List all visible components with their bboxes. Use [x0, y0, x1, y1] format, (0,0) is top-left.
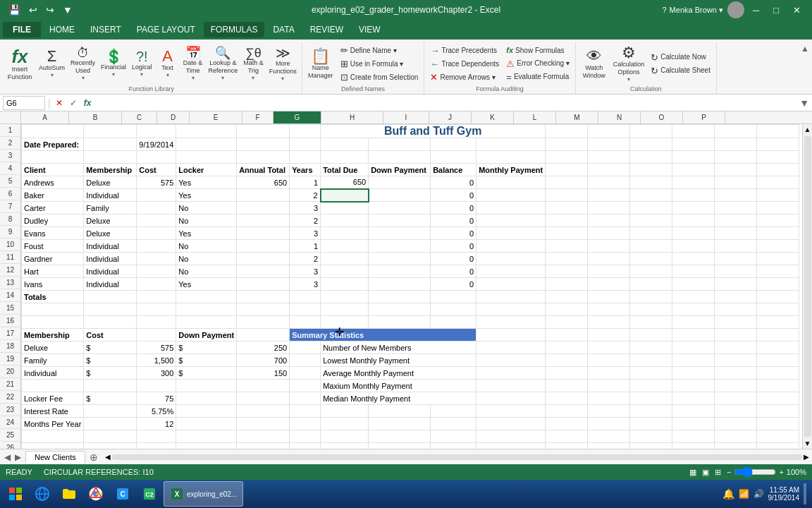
scroll-right-btn[interactable]: ▶: [804, 453, 809, 461]
cell-g6[interactable]: [321, 189, 369, 202]
review-menu[interactable]: REVIEW: [303, 22, 350, 37]
cell-g14[interactable]: [321, 291, 369, 303]
cell-p14[interactable]: [757, 291, 799, 303]
insert-function-btn[interactable]: fx InsertFunction: [4, 46, 35, 83]
cell-n20[interactable]: [672, 367, 715, 380]
cell-i6[interactable]: 0: [431, 189, 476, 202]
clock[interactable]: 11:55 AM 9/19/2014: [768, 486, 800, 502]
cell-j3[interactable]: [476, 151, 546, 164]
math-trig-btn[interactable]: ∑θ Math &Trig ▾: [241, 45, 266, 83]
cell-o21[interactable]: [715, 380, 757, 392]
cell-k9[interactable]: [546, 227, 588, 240]
row-header-17[interactable]: 17: [0, 327, 20, 340]
cell-l9[interactable]: [588, 227, 630, 240]
cell-k24[interactable]: [546, 418, 588, 430]
cell-e2[interactable]: [237, 138, 290, 151]
cell-n2[interactable]: [672, 138, 715, 151]
row-header-8[interactable]: 8: [0, 213, 20, 226]
cell-g3[interactable]: [321, 151, 369, 164]
cell-c13[interactable]: [137, 278, 176, 291]
cell-i8[interactable]: 0: [431, 214, 476, 227]
cell-d22[interactable]: [176, 392, 237, 405]
cell-g5[interactable]: 650: [321, 176, 369, 189]
cell-e15[interactable]: [237, 303, 290, 316]
cell-d21[interactable]: [176, 380, 237, 392]
cell-h25[interactable]: [369, 430, 431, 443]
cell-n23[interactable]: [672, 405, 715, 418]
horizontal-scrollbar[interactable]: ◀ ▶: [102, 453, 812, 461]
row-header-14[interactable]: 14: [0, 289, 20, 302]
cell-k18[interactable]: [546, 341, 588, 354]
cell-g18[interactable]: Number of New Members: [321, 341, 476, 354]
cell-l21[interactable]: [588, 380, 630, 392]
row-header-5[interactable]: 5: [0, 175, 20, 188]
cell-d26[interactable]: [176, 443, 237, 449]
watch-window-btn[interactable]: 👁 WatchWindow: [579, 47, 610, 81]
cell-m9[interactable]: [630, 227, 672, 240]
cell-a22[interactable]: Locker Fee: [22, 392, 84, 405]
lookup-reference-btn[interactable]: 🔍 Lookup &Reference ▾: [207, 45, 240, 83]
cell-m23[interactable]: [630, 405, 672, 418]
cell-m6[interactable]: [630, 189, 672, 202]
cell-h24[interactable]: [369, 418, 431, 430]
cell-h2[interactable]: [369, 138, 431, 151]
cell-c12[interactable]: [137, 265, 176, 278]
row-header-16[interactable]: 16: [0, 315, 20, 327]
cell-c20[interactable]: 300: [137, 367, 176, 380]
cell-i26[interactable]: [431, 443, 476, 449]
cell-g8[interactable]: [321, 214, 369, 227]
cell-a8[interactable]: Dudley: [22, 214, 84, 227]
cell-l15[interactable]: [588, 303, 630, 316]
cell-k13[interactable]: [546, 278, 588, 291]
cell-o8[interactable]: [715, 214, 757, 227]
cell-f13[interactable]: 3: [290, 278, 321, 291]
cell-i7[interactable]: 0: [431, 202, 476, 214]
cell-j2[interactable]: [476, 138, 546, 151]
cell-i13[interactable]: 0: [431, 278, 476, 291]
row-header-4[interactable]: 4: [0, 162, 20, 175]
cell-j12[interactable]: [476, 265, 546, 278]
cell-a15[interactable]: [22, 303, 84, 316]
cell-n4[interactable]: [672, 164, 715, 176]
cell-i11[interactable]: 0: [431, 253, 476, 265]
date-time-btn[interactable]: 📅 Date &Time ▾: [181, 45, 205, 83]
cell-f7[interactable]: 3: [290, 202, 321, 214]
cell-f16[interactable]: [290, 316, 321, 329]
create-from-selection-btn[interactable]: ⊡ Create from Selection: [338, 71, 422, 83]
cell-g13[interactable]: [321, 278, 369, 291]
cell-p5[interactable]: [757, 176, 799, 189]
cell-k14[interactable]: [546, 291, 588, 303]
cell-k25[interactable]: [546, 430, 588, 443]
cell-d15[interactable]: [176, 303, 237, 316]
cell-h15[interactable]: [369, 303, 431, 316]
cell-p21[interactable]: [757, 380, 799, 392]
cell-n7[interactable]: [672, 202, 715, 214]
col-header-n[interactable]: N: [598, 111, 641, 123]
cell-d19[interactable]: $: [176, 354, 237, 367]
cell-j8[interactable]: [476, 214, 546, 227]
formulas-menu[interactable]: FORMULAS: [204, 22, 265, 37]
cell-d5[interactable]: Yes: [176, 176, 237, 189]
cell-b21[interactable]: [84, 380, 137, 392]
ribbon-expand-btn[interactable]: ▲: [801, 44, 809, 54]
cell-g10[interactable]: [321, 240, 369, 253]
cell-k26[interactable]: [546, 443, 588, 449]
cell-n12[interactable]: [672, 265, 715, 278]
row-header-10[interactable]: 10: [0, 238, 20, 251]
cell-h13[interactable]: [369, 278, 431, 291]
cell-k11[interactable]: [546, 253, 588, 265]
cell-c17[interactable]: [137, 329, 176, 341]
cell-h11[interactable]: [369, 253, 431, 265]
cell-b24[interactable]: [84, 418, 137, 430]
cell-c18[interactable]: 575: [137, 341, 176, 354]
cell-h6[interactable]: [369, 189, 431, 202]
insert-formula-icon[interactable]: fx: [82, 97, 94, 109]
row-header-6[interactable]: 6: [0, 188, 20, 200]
cell-d6[interactable]: Yes: [176, 189, 237, 202]
cell-b14[interactable]: [84, 291, 137, 303]
cell-k17[interactable]: [546, 329, 588, 341]
cell-i15[interactable]: [431, 303, 476, 316]
cell-i10[interactable]: 0: [431, 240, 476, 253]
cell-e4[interactable]: Annual Total: [237, 164, 290, 176]
notification-icon[interactable]: 🔔: [722, 488, 734, 500]
